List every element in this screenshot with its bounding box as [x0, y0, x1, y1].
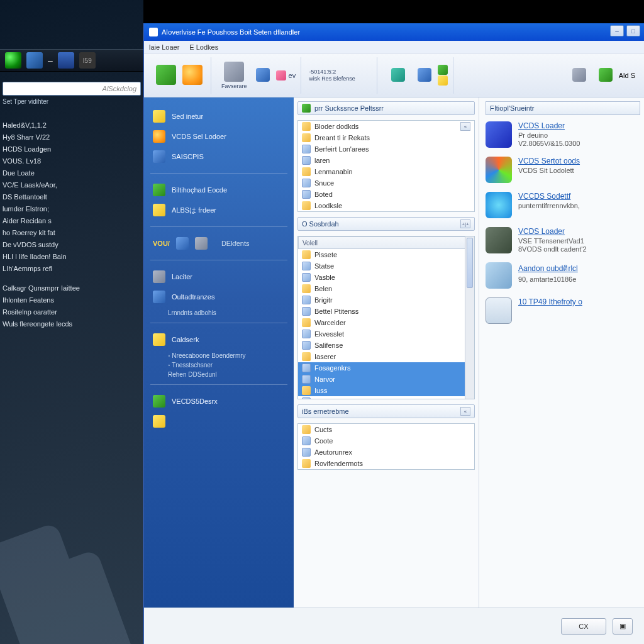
list-item[interactable]: Coote: [298, 435, 474, 447]
detail-icon: [486, 121, 512, 148]
menu-item[interactable]: laie Loaer: [149, 43, 179, 51]
list-item[interactable]: Fosagenkrs: [298, 362, 474, 374]
list-item[interactable]: Berfeirt Lon'arees: [298, 143, 474, 155]
detail-item[interactable]: 10 TP49 Ithefroty o: [486, 297, 640, 324]
list-item[interactable]: Salifense: [298, 340, 474, 351]
scrollbar[interactable]: [465, 236, 474, 399]
nav-item[interactable]: ALBSは frdeer: [150, 200, 287, 220]
toolbar-blue-button[interactable]: [411, 67, 438, 84]
expand-button[interactable]: +|+: [460, 219, 470, 228]
item-icon: [302, 307, 311, 316]
detail-title-link[interactable]: VCCDS Sodettf: [518, 192, 640, 201]
menu-item[interactable]: E Lodkes: [189, 43, 218, 51]
desktop-list-item: Ihlonten Featens: [3, 294, 141, 306]
search-input[interactable]: AlSckdclog: [3, 82, 141, 96]
nav-item[interactable]: [150, 411, 287, 431]
list-item[interactable]: laren: [298, 155, 474, 166]
nav-label: Laciter: [172, 273, 192, 280]
list-header-3[interactable]: iBs ernetrebme «: [297, 404, 475, 418]
list-item[interactable]: Lenmanabin: [298, 166, 474, 177]
list-item[interactable]: Narvor: [298, 374, 474, 385]
desktop-list-item: HCDS Loadgen: [3, 143, 141, 155]
list-header-1[interactable]: prr Suckssnce Peltssrr: [297, 101, 475, 115]
nav-item[interactable]: VECDS5Desrx: [150, 391, 287, 411]
nav-item[interactable]: Oultadtranzes: [150, 287, 287, 307]
list-item[interactable]: Aeutorunrex: [298, 447, 474, 458]
start-orb-icon[interactable]: [5, 52, 21, 69]
item-icon: [302, 425, 311, 434]
detail-item[interactable]: VCCDS Sodettf punterntifrrennvkbn,: [486, 192, 640, 218]
list-item[interactable]: Belen: [298, 283, 474, 294]
list-item[interactable]: Beskkle: [298, 396, 474, 399]
minimize-button[interactable]: –: [610, 25, 624, 36]
item-icon: [302, 330, 311, 338]
list-item[interactable]: Dreant tl ir Rekats: [298, 132, 474, 143]
detail-title-link[interactable]: VCDS Loader: [518, 121, 640, 130]
list-item[interactable]: Boted: [298, 189, 474, 200]
window-title: Aاoverlvise Fe Poushoss Boit Seten dflan…: [162, 28, 300, 36]
maximize-button[interactable]: □: [626, 25, 640, 36]
toolbar-orange-button[interactable]: [179, 64, 206, 87]
mini-icon[interactable]: [438, 65, 448, 75]
list-item[interactable]: Warceider: [298, 317, 474, 328]
scroll-thumb[interactable]: [467, 238, 473, 288]
taskbar-label-icon[interactable]: I59: [79, 52, 96, 69]
detail-item[interactable]: VCDS Loader Pr deuinoV2.8065V/&15.0300: [486, 121, 640, 148]
list-item[interactable]: Snuce: [298, 177, 474, 189]
nav-item[interactable]: Caldserk: [150, 330, 287, 350]
nav-item[interactable]: VOU/ DEkfents: [150, 233, 287, 253]
square-icon: [195, 237, 208, 250]
detail-item[interactable]: VCDS Sertot oods VCDS Sit Lodolett: [486, 157, 640, 183]
toolbar-green2-button[interactable]: [592, 67, 619, 84]
list-item[interactable]: Brigitr: [298, 294, 474, 306]
mini-icon[interactable]: [276, 70, 286, 80]
toolbar-shield-button[interactable]: [385, 67, 411, 84]
detail-title-link[interactable]: VCDS Sertot oods: [518, 157, 640, 165]
nav-item[interactable]: Sed inetur: [150, 106, 287, 126]
list-column-header[interactable]: Volell: [298, 236, 474, 249]
detail-item[interactable]: Aandon oubdติrlcl 90, amtarte10186e: [486, 262, 640, 289]
collapse-button[interactable]: «: [460, 122, 470, 131]
list-item[interactable]: Vasble: [298, 272, 474, 283]
nav-item[interactable]: Laciter: [150, 267, 287, 287]
toolbar-green-button[interactable]: [153, 64, 179, 87]
list-item[interactable]: Loodksle: [298, 200, 474, 211]
item-icon: [302, 250, 311, 259]
item-icon: [302, 386, 311, 395]
toolbar-gear-button[interactable]: [566, 67, 592, 84]
list-item[interactable]: Iaserer: [298, 351, 474, 362]
list-item[interactable]: Iuss: [298, 385, 474, 396]
footer-icon-button[interactable]: ▣: [613, 618, 633, 635]
desktop-list-item: Rositelnp oaratter: [3, 306, 141, 318]
item-icon: [302, 296, 311, 304]
list-item[interactable]: Cucts: [298, 424, 474, 435]
item-label: Iuss: [314, 387, 327, 394]
list-header-2[interactable]: O Sosbrdah +|+: [297, 217, 475, 231]
nav-item[interactable]: Biltihoçhad Eocde: [150, 180, 287, 200]
list-item[interactable]: Ekvesslet: [298, 328, 474, 340]
toolbar-mail-button[interactable]: [250, 67, 276, 84]
item-label: Dreant tl ir Rekats: [314, 134, 370, 142]
taskbar-app-icon[interactable]: [26, 52, 43, 69]
details-header[interactable]: Fاtiopl'Srueintr: [486, 101, 640, 115]
list-item[interactable]: Statse: [298, 260, 474, 272]
nav-item[interactable]: VCDS Sel Lodoer: [150, 126, 287, 147]
collapse-button[interactable]: «: [460, 407, 470, 416]
item-label: Narvor: [314, 375, 335, 383]
nav-item[interactable]: SAISCPIS: [150, 147, 287, 167]
detail-title-link[interactable]: VCDS Loader: [518, 227, 640, 236]
item-icon: [302, 459, 311, 468]
detail-title-link[interactable]: 10 TP49 Ithefroty o: [518, 297, 640, 306]
nav-icon: [153, 110, 165, 123]
titlebar[interactable]: Aاoverlvise Fe Poushoss Boit Seten dflan…: [144, 23, 644, 41]
list-item[interactable]: Pissete: [298, 249, 474, 260]
toolbar-favorite-button[interactable]: Favserare: [219, 60, 250, 91]
list-item[interactable]: Rovifendermots: [298, 458, 474, 469]
detail-title-link[interactable]: Aandon oubdติrlcl: [518, 262, 640, 274]
ok-button[interactable]: CX: [561, 618, 606, 635]
mini-icon[interactable]: [438, 75, 448, 86]
list-column-header[interactable]: Bloder dodkds «: [298, 121, 474, 132]
taskbar-item-icon[interactable]: [58, 52, 74, 69]
detail-item[interactable]: VCDS Loader VSE TTensenertVad18VODS ondl…: [486, 227, 640, 253]
list-item[interactable]: Bettel Ptitenss: [298, 306, 474, 317]
